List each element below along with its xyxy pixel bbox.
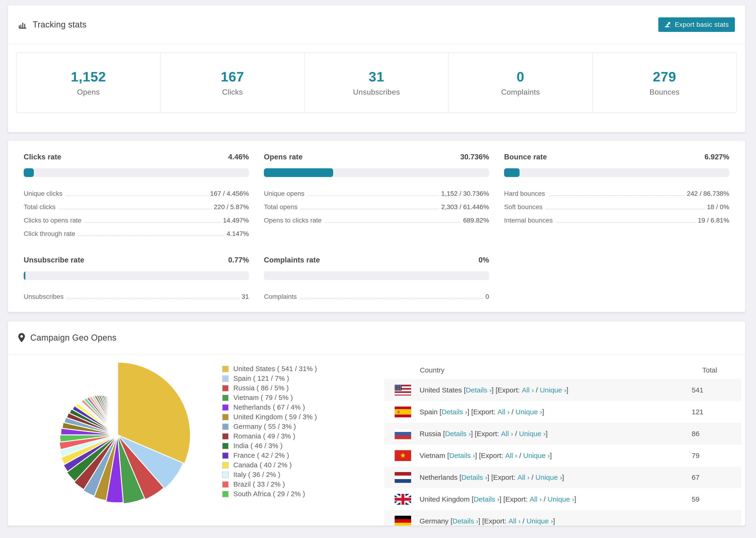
rate-detail-row: Clicks to opens rate 14.497% (24, 211, 249, 224)
rate-detail-label: Clicks to opens rate (24, 217, 81, 224)
export-all-link[interactable]: All › (501, 430, 513, 438)
export-unique-link[interactable]: Unique › (523, 452, 550, 459)
legend-item[interactable]: India ( 46 / 3% ) (222, 441, 317, 451)
export-prefix: [Export: (475, 430, 501, 438)
legend-item[interactable]: United Kingdom ( 59 / 3% ) (222, 412, 317, 422)
rate-title: Clicks rate (24, 153, 61, 161)
rate-rows: Complaints 0 (264, 287, 489, 300)
dotted-leader (67, 298, 239, 299)
summary-stat-cell: 279 Bounces (593, 53, 736, 112)
legend-label: India ( 46 / 3% ) (233, 442, 283, 450)
details-link[interactable]: Details › (473, 495, 499, 503)
rate-progress-bar (504, 168, 729, 177)
legend-swatch (222, 375, 229, 382)
rate-value: 0.77% (228, 256, 249, 264)
export-all-link[interactable]: All › (508, 517, 520, 525)
column-header-country: Country (384, 366, 445, 374)
legend-swatch (222, 423, 229, 430)
geo-table-row: United Kingdom [Details ›] [Export: All … (384, 488, 741, 510)
country-total: 79 (692, 452, 699, 459)
legend-item[interactable]: France ( 42 / 2% ) (222, 451, 317, 460)
rate-title: Bounce rate (504, 153, 547, 161)
summary-stat-label: Bounces (649, 88, 679, 96)
legend-item[interactable]: Canada ( 40 / 2% ) (222, 460, 317, 470)
legend-item[interactable]: Romania ( 49 / 3% ) (222, 431, 317, 441)
dotted-leader (548, 195, 684, 196)
geo-pie-chart[interactable] (40, 357, 195, 512)
details-link[interactable]: Details › (449, 452, 475, 459)
export-unique-link[interactable]: Unique › (519, 430, 545, 438)
legend-label: Italy ( 36 / 2% ) (233, 471, 280, 479)
export-all-link[interactable]: All › (530, 495, 542, 503)
export-all-link[interactable]: All › (522, 386, 534, 394)
rate-detail-row: Total clicks 220 / 5.87% (24, 197, 249, 211)
country-name: United States (419, 386, 462, 394)
rates-grid-bottom: Unsubscribe rate 0.77% Unsubscribes 31 C… (24, 256, 729, 300)
rate-detail-label: Total opens (264, 203, 297, 211)
bar-chart-icon (18, 20, 27, 29)
legend-item[interactable]: Russia ( 86 / 5% ) (222, 383, 317, 393)
legend-label: Brazil ( 33 / 2% ) (233, 480, 285, 488)
export-button-label: Export basic stats (675, 21, 729, 28)
legend-item[interactable]: Vietnam ( 79 / 5% ) (222, 393, 317, 403)
summary-stat-label: Complaints (501, 88, 540, 96)
details-link[interactable]: Details › (441, 408, 467, 416)
country-total: 541 (692, 386, 703, 394)
column-header-total: Total (702, 366, 717, 374)
export-unique-link[interactable]: Unique › (515, 408, 542, 416)
details-link[interactable]: Details › (445, 430, 471, 438)
legend-label: Canada ( 40 / 2% ) (233, 461, 292, 469)
legend-swatch (222, 443, 229, 449)
country-cell: Germany [Details ›] [Export: All › / Uni… (419, 517, 555, 525)
export-unique-link[interactable]: Unique › (540, 386, 566, 394)
legend-item[interactable]: United States ( 541 / 31% ) (222, 364, 317, 374)
tracking-stats-panel: Tracking stats Export basic stats 1,152 … (8, 5, 745, 133)
rate-block: Opens rate 30.736% Unique opens 1,152 / … (264, 153, 489, 238)
country-name: United Kingdom (419, 495, 469, 503)
legend-item[interactable]: South Africa ( 29 / 2% ) (222, 489, 317, 499)
geo-table-row: Vietnam [Details ›] [Export: All › / Uni… (384, 445, 741, 466)
export-all-link[interactable]: All › (505, 452, 517, 459)
rate-block: Unsubscribe rate 0.77% Unsubscribes 31 (24, 256, 249, 300)
legend-item[interactable]: Germany ( 55 / 3% ) (222, 422, 317, 431)
rate-detail-value: 0 (485, 293, 489, 300)
dotted-leader (556, 222, 695, 223)
rate-progress-bar (24, 271, 249, 280)
legend-item[interactable]: Spain ( 121 / 7% ) (222, 374, 317, 383)
rate-detail-label: Opens to clicks rate (264, 217, 322, 224)
legend-item[interactable]: Brazil ( 33 / 2% ) (222, 480, 317, 489)
dotted-leader (325, 222, 461, 223)
export-unique-link[interactable]: Unique › (536, 473, 562, 481)
country-name: Spain (419, 408, 438, 416)
details-link[interactable]: Details › (461, 473, 487, 481)
rate-progress-bar (264, 168, 489, 177)
rate-detail-row: Click through rate 4.147% (24, 224, 249, 238)
export-unique-link[interactable]: Unique › (526, 517, 553, 525)
dotted-leader (301, 209, 439, 209)
legend-label: Netherlands ( 67 / 4% ) (233, 404, 305, 411)
rate-block-head: Opens rate 30.736% (264, 153, 489, 161)
summary-stat-label: Clicks (222, 88, 243, 96)
summary-stat-label: Unsubscribes (353, 88, 400, 96)
legend-item[interactable]: Netherlands ( 67 / 4% ) (222, 403, 317, 412)
country-flag-icon (395, 385, 411, 396)
legend-item[interactable]: Italy ( 36 / 2% ) (222, 470, 317, 480)
rate-detail-value: 4.147% (227, 230, 249, 238)
details-link[interactable]: Details › (453, 517, 478, 525)
export-all-link[interactable]: All › (498, 408, 510, 416)
rate-progress-fill (24, 168, 34, 177)
legend-swatch (222, 471, 229, 478)
details-link[interactable]: Details › (466, 386, 492, 394)
export-basic-stats-button[interactable]: Export basic stats (658, 17, 735, 32)
rate-detail-row: Opens to clicks rate 689.82% (264, 211, 489, 224)
export-all-link[interactable]: All › (517, 473, 530, 481)
dotted-leader (85, 222, 221, 223)
legend-swatch (222, 404, 229, 411)
page: { "colors": { "accent": "#17889f", "link… (0, 0, 756, 538)
rates-panel: Clicks rate 4.46% Unique clicks 167 / 4.… (8, 140, 745, 312)
rate-detail-value: 167 / 4.456% (210, 190, 249, 197)
country-cell: United Kingdom [Details ›] [Export: All … (419, 495, 576, 503)
rate-value: 4.46% (228, 153, 249, 161)
export-unique-link[interactable]: Unique › (548, 495, 574, 503)
rate-detail-label: Click through rate (24, 230, 75, 238)
